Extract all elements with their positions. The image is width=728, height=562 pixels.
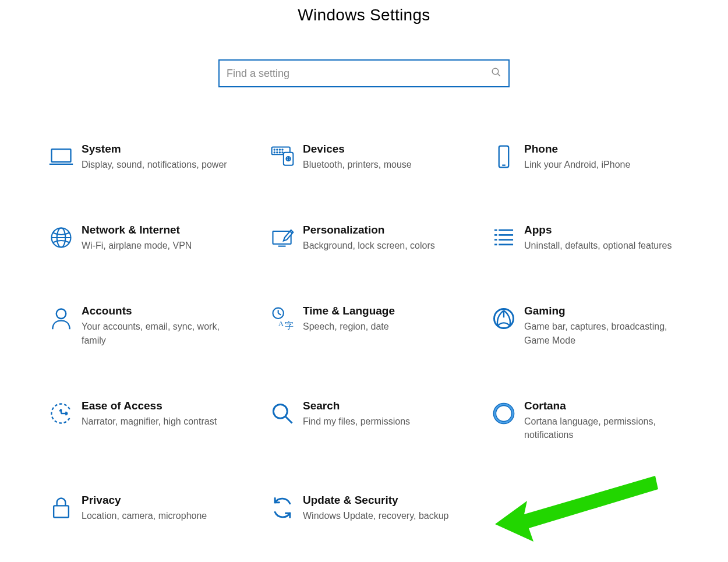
search-tile-icon	[262, 400, 303, 426]
tile-desc: Background, lock screen, colors	[303, 239, 454, 252]
search-container	[218, 59, 510, 87]
svg-text:字: 字	[285, 321, 294, 330]
privacy-icon	[41, 494, 82, 521]
tile-desc: Uninstall, defaults, optional features	[524, 239, 676, 252]
tile-desc: Wi-Fi, airplane mode, VPN	[82, 239, 233, 252]
search-input-wrap[interactable]	[218, 59, 510, 87]
svg-point-5	[274, 149, 275, 150]
tile-title: Ease of Access	[82, 400, 233, 412]
tile-desc: Location, camera, microphone	[82, 509, 233, 522]
tile-cortana[interactable]: Cortana Cortana language, permissions, n…	[483, 400, 693, 441]
tile-apps[interactable]: Apps Uninstall, defaults, optional featu…	[483, 224, 693, 252]
svg-point-7	[280, 149, 280, 150]
svg-point-33	[56, 309, 66, 319]
phone-icon	[483, 143, 524, 169]
svg-point-10	[277, 152, 277, 153]
tile-desc: Bluetooth, printers, mouse	[303, 158, 454, 171]
tile-time-language[interactable]: A 字 Time & Language Speech, region, date	[262, 305, 472, 347]
apps-icon	[483, 224, 524, 250]
tile-system[interactable]: System Display, sound, notifications, po…	[41, 143, 250, 171]
tile-title: Gaming	[524, 305, 676, 317]
tile-accounts[interactable]: Accounts Your accounts, email, sync, wor…	[41, 305, 250, 347]
ease-of-access-icon	[41, 400, 82, 426]
settings-grid: System Display, sound, notifications, po…	[0, 143, 728, 522]
devices-icon	[262, 143, 303, 169]
accounts-icon	[41, 305, 82, 331]
tile-desc: Find my files, permissions	[303, 415, 454, 428]
svg-line-43	[286, 416, 292, 423]
tile-update-security[interactable]: Update & Security Windows Update, recove…	[262, 494, 472, 522]
tile-desc: Display, sound, notifications, power	[82, 158, 233, 171]
tile-title: Apps	[524, 224, 676, 236]
tile-privacy[interactable]: Privacy Location, camera, microphone	[41, 494, 250, 522]
tile-gaming[interactable]: Gaming Game bar, captures, broadcasting,…	[483, 305, 693, 347]
svg-rect-17	[499, 146, 509, 168]
svg-rect-46	[54, 506, 69, 517]
tile-desc: Windows Update, recovery, backup	[303, 509, 454, 522]
svg-point-6	[277, 149, 277, 150]
personalization-icon	[262, 224, 303, 250]
tile-title: System	[82, 143, 233, 155]
svg-rect-2	[52, 149, 71, 162]
tile-desc: Game bar, captures, broadcasting, Game M…	[524, 320, 676, 347]
search-icon	[491, 67, 501, 80]
update-security-icon	[262, 494, 303, 521]
svg-point-8	[282, 149, 282, 150]
svg-point-9	[274, 152, 275, 153]
tile-network[interactable]: Network & Internet Wi-Fi, airplane mode,…	[41, 224, 250, 252]
time-language-icon: A 字	[262, 305, 303, 331]
tile-title: Privacy	[82, 494, 233, 507]
tile-phone[interactable]: Phone Link your Android, iPhone	[483, 143, 693, 171]
tile-desc: Cortana language, permissions, notificat…	[524, 415, 676, 441]
system-icon	[41, 143, 82, 169]
tile-title: Accounts	[82, 305, 233, 317]
tile-desc: Your accounts, email, sync, work, family	[82, 320, 233, 347]
tile-devices[interactable]: Devices Bluetooth, printers, mouse	[262, 143, 472, 171]
tile-title: Devices	[303, 143, 454, 155]
svg-point-0	[492, 68, 499, 75]
tile-desc: Speech, region, date	[303, 320, 454, 333]
svg-line-1	[498, 74, 500, 76]
svg-point-12	[282, 152, 282, 153]
svg-point-42	[273, 404, 287, 418]
tile-title: Network & Internet	[82, 224, 233, 236]
tile-personalization[interactable]: Personalization Background, lock screen,…	[262, 224, 472, 252]
tile-title: Cortana	[524, 400, 676, 412]
tile-title: Phone	[524, 143, 676, 155]
tile-desc: Link your Android, iPhone	[524, 158, 676, 171]
tile-title: Personalization	[303, 224, 454, 236]
search-input[interactable]	[227, 68, 491, 80]
gaming-icon	[483, 305, 524, 331]
globe-icon	[41, 224, 82, 250]
svg-point-11	[280, 152, 280, 153]
tile-ease-of-access[interactable]: Ease of Access Narrator, magnifier, high…	[41, 400, 250, 441]
page-title: Windows Settings	[0, 0, 728, 24]
tile-title: Time & Language	[303, 305, 454, 317]
svg-line-36	[278, 313, 281, 315]
svg-point-45	[494, 404, 513, 422]
tile-title: Update & Security	[303, 494, 454, 507]
cortana-icon	[483, 400, 524, 426]
tile-title: Search	[303, 400, 454, 412]
tile-search[interactable]: Search Find my files, permissions	[262, 400, 472, 441]
svg-text:A: A	[278, 320, 284, 328]
tile-desc: Narrator, magnifier, high contrast	[82, 415, 233, 428]
